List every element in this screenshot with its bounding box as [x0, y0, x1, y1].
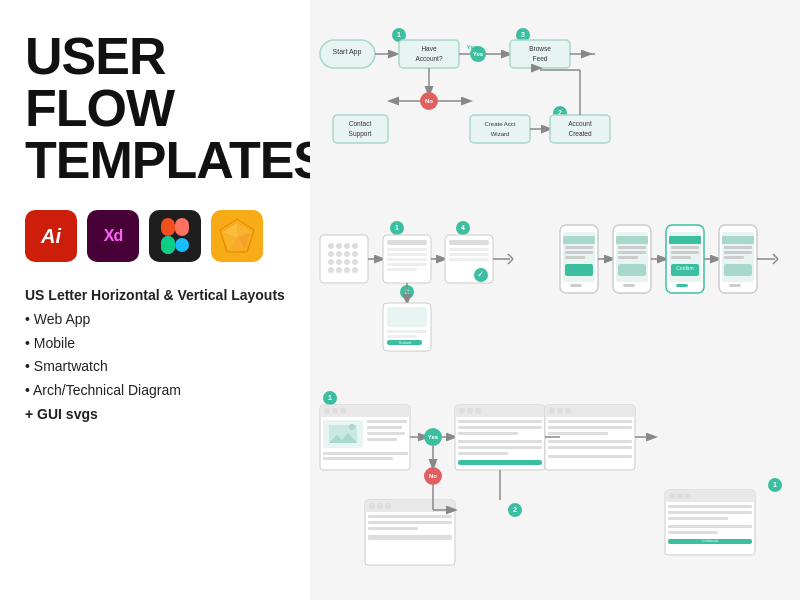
svg-text:1: 1: [395, 224, 399, 231]
svg-rect-114: [618, 246, 646, 249]
svg-rect-94: [449, 248, 489, 251]
flow-diagram-mid-left: 1 2 Submit 4 ✓: [315, 220, 550, 385]
svg-point-165: [467, 408, 473, 414]
svg-rect-86: [387, 335, 417, 338]
svg-point-56: [344, 243, 350, 249]
svg-point-59: [336, 251, 342, 257]
svg-text:1: 1: [328, 394, 332, 401]
svg-rect-210: [668, 511, 752, 514]
svg-rect-77: [387, 258, 427, 261]
svg-point-181: [385, 503, 391, 509]
svg-rect-157: [323, 457, 393, 460]
left-panel: USER FLOW TEMPLATES Ai Xd: [0, 0, 310, 600]
svg-rect-123: [671, 246, 699, 249]
svg-rect-154: [367, 432, 405, 435]
svg-rect-200: [548, 446, 632, 449]
svg-text:No: No: [425, 98, 433, 104]
svg-rect-4: [161, 236, 175, 254]
svg-rect-199: [548, 440, 632, 443]
svg-text:Start App: Start App: [333, 48, 362, 56]
svg-point-194: [557, 408, 563, 414]
svg-point-67: [336, 267, 342, 273]
svg-rect-106: [565, 251, 593, 254]
svg-rect-185: [368, 535, 452, 540]
svg-rect-53: [320, 235, 368, 283]
svg-rect-196: [548, 420, 632, 423]
svg-rect-79: [387, 268, 417, 271]
svg-point-55: [336, 243, 342, 249]
svg-point-206: [669, 493, 675, 499]
svg-text:Submit: Submit: [399, 340, 412, 345]
svg-rect-137: [729, 284, 741, 287]
svg-rect-125: [671, 256, 691, 259]
bullet-arch: • Arch/Technical Diagram: [25, 379, 285, 403]
svg-rect-85: [387, 330, 427, 333]
svg-rect-76: [387, 253, 427, 256]
svg-point-151: [349, 424, 355, 430]
svg-rect-171: [458, 446, 542, 449]
figma-icon: [149, 210, 201, 262]
layout-label: US Letter Horizontal & Vertical Layouts: [25, 287, 285, 303]
svg-point-180: [377, 503, 383, 509]
svg-text:Yes: Yes: [473, 51, 484, 57]
svg-rect-213: [668, 531, 718, 534]
svg-rect-128: [676, 284, 688, 287]
svg-rect-173: [458, 460, 542, 465]
svg-text:Have: Have: [421, 45, 437, 52]
svg-point-166: [475, 408, 481, 414]
svg-rect-182: [368, 515, 452, 518]
svg-point-207: [677, 493, 683, 499]
svg-text:No: No: [429, 473, 437, 479]
svg-rect-41: [470, 115, 530, 143]
svg-rect-169: [458, 432, 518, 435]
plus-gui: + GUI svgs: [25, 403, 285, 427]
svg-rect-104: [563, 236, 595, 244]
svg-rect-170: [458, 440, 542, 443]
svg-rect-134: [724, 251, 752, 254]
svg-point-69: [352, 267, 358, 273]
svg-point-147: [340, 408, 346, 414]
svg-rect-153: [367, 426, 402, 429]
title-line1: USER FLOW: [25, 27, 174, 137]
svg-rect-118: [623, 284, 635, 287]
svg-text:Yes: Yes: [428, 434, 439, 440]
sketch-icon: [211, 210, 263, 262]
svg-point-208: [685, 493, 691, 499]
svg-text:Wizard: Wizard: [491, 131, 510, 137]
svg-rect-152: [367, 420, 407, 423]
flow-diagram-mid-right: Confirm: [555, 220, 790, 385]
svg-rect-95: [449, 253, 489, 256]
xd-icon: Xd: [87, 210, 139, 262]
bullet-smartwatch: • Smartwatch: [25, 355, 285, 379]
title-line2: TEMPLATES: [25, 131, 327, 189]
svg-rect-113: [616, 236, 648, 244]
svg-rect-156: [323, 452, 408, 455]
svg-point-60: [344, 251, 350, 257]
svg-point-3: [175, 238, 189, 252]
svg-rect-172: [458, 452, 508, 455]
svg-rect-75: [387, 248, 427, 251]
svg-point-64: [344, 259, 350, 265]
svg-text:Create Acct: Create Acct: [484, 121, 515, 127]
svg-point-145: [324, 408, 330, 414]
svg-rect-0: [161, 218, 175, 236]
svg-rect-108: [565, 264, 593, 276]
svg-point-54: [328, 243, 334, 249]
svg-point-195: [565, 408, 571, 414]
svg-rect-84: [387, 307, 427, 327]
svg-point-146: [332, 408, 338, 414]
svg-rect-93: [449, 240, 489, 245]
bullet-webapp: • Web App: [25, 308, 285, 332]
svg-text:✓: ✓: [477, 269, 485, 279]
svg-rect-184: [368, 527, 418, 530]
svg-text:3: 3: [521, 31, 525, 38]
bullet-mobile: • Mobile: [25, 332, 285, 356]
svg-rect-105: [565, 246, 593, 249]
svg-point-68: [344, 267, 350, 273]
flow-diagram-bottom: 1 Yes: [315, 390, 795, 600]
main-title: USER FLOW TEMPLATES: [25, 30, 285, 186]
svg-rect-201: [548, 455, 632, 458]
svg-point-164: [459, 408, 465, 414]
svg-rect-132: [722, 236, 754, 244]
tool-icons-row: Ai Xd: [25, 210, 285, 262]
